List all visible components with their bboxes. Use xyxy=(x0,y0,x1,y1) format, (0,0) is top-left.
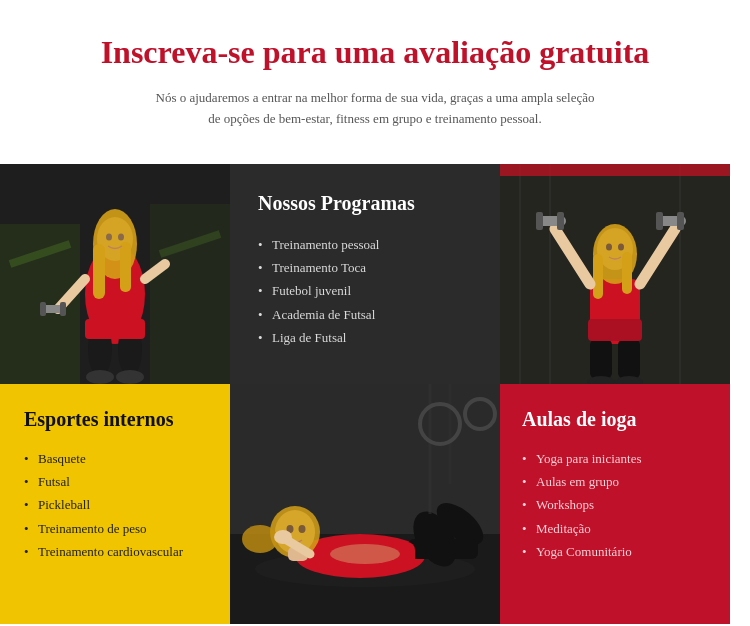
svg-rect-9 xyxy=(120,242,131,292)
list-item: Academia de Futsal xyxy=(258,303,472,326)
svg-rect-41 xyxy=(590,339,612,379)
list-item: Liga de Futsal xyxy=(258,326,472,349)
list-item: Yoga para iniciantes xyxy=(522,447,708,470)
svg-rect-36 xyxy=(536,212,543,230)
svg-point-54 xyxy=(242,525,278,553)
list-item: Yoga Comunitário xyxy=(522,540,708,563)
list-item: Basquete xyxy=(24,447,206,470)
programs-list: Treinamento pessoal Treinamento Toca Fut… xyxy=(258,233,472,350)
image-cell-bottom-center xyxy=(230,384,500,624)
list-item: Meditação xyxy=(522,517,708,540)
svg-point-66 xyxy=(330,544,400,564)
list-item: Futsal xyxy=(24,470,206,493)
list-item: Treinamento pessoal xyxy=(258,233,472,256)
svg-rect-13 xyxy=(40,302,46,316)
subtitle: Nós o ajudaremos a entrar na melhor form… xyxy=(155,88,595,130)
svg-rect-17 xyxy=(85,319,145,339)
list-item: Futebol juvenil xyxy=(258,279,472,302)
woman3-svg xyxy=(230,384,500,624)
sports-title: Esportes internos xyxy=(24,408,206,431)
header-section: Inscreva-se para uma avaliação gratuita … xyxy=(0,0,750,154)
svg-rect-14 xyxy=(60,302,66,316)
svg-point-20 xyxy=(106,233,112,240)
svg-rect-32 xyxy=(622,252,632,294)
list-item: Pickleball xyxy=(24,493,206,516)
svg-point-47 xyxy=(618,243,624,250)
page-wrapper: Inscreva-se para uma avaliação gratuita … xyxy=(0,0,750,626)
svg-rect-31 xyxy=(593,254,603,299)
svg-rect-40 xyxy=(677,212,684,230)
svg-rect-43 xyxy=(588,319,642,341)
programs-cell: Nossos Programas Treinamento pessoal Tre… xyxy=(230,164,500,384)
svg-point-46 xyxy=(606,243,612,250)
programs-title: Nossos Programas xyxy=(258,192,472,215)
main-title: Inscreva-se para uma avaliação gratuita xyxy=(80,32,670,72)
sports-cell: Esportes internos Basquete Futsal Pickle… xyxy=(0,384,230,624)
svg-point-19 xyxy=(116,370,144,384)
list-item: Aulas em grupo xyxy=(522,470,708,493)
svg-point-60 xyxy=(274,530,292,544)
yoga-cell: Aulas de ioga Yoga para iniciantes Aulas… xyxy=(500,384,730,624)
sports-list: Basquete Futsal Pickleball Treinamento d… xyxy=(24,447,206,564)
svg-rect-64 xyxy=(408,539,478,559)
yoga-list: Yoga para iniciantes Aulas em grupo Work… xyxy=(522,447,708,564)
woman2-svg xyxy=(500,164,730,384)
svg-point-56 xyxy=(299,525,306,533)
image-cell-top-right xyxy=(500,164,730,384)
svg-rect-8 xyxy=(93,244,105,299)
svg-point-18 xyxy=(86,370,114,384)
grid-section: Nossos Programas Treinamento pessoal Tre… xyxy=(0,164,750,624)
svg-point-21 xyxy=(118,233,124,240)
list-item: Treinamento de peso xyxy=(24,517,206,540)
list-item: Treinamento Toca xyxy=(258,256,472,279)
svg-rect-27 xyxy=(500,164,730,176)
woman1-svg xyxy=(0,164,230,384)
image-cell-top-left xyxy=(0,164,230,384)
svg-rect-39 xyxy=(656,212,663,230)
list-item: Workshops xyxy=(522,493,708,516)
svg-rect-42 xyxy=(618,339,640,379)
list-item: Treinamento cardiovascular xyxy=(24,540,206,563)
svg-rect-37 xyxy=(557,212,564,230)
yoga-title: Aulas de ioga xyxy=(522,408,708,431)
